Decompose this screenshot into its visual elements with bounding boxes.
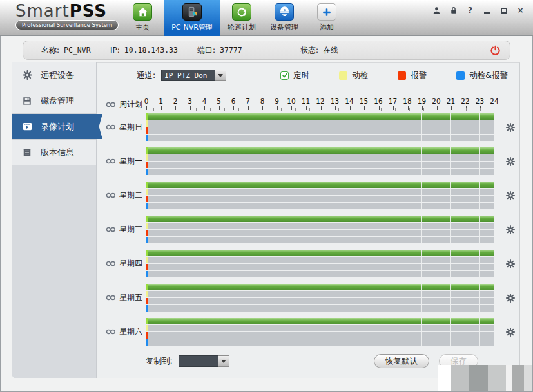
schedule-band-motion-alarm[interactable] — [146, 203, 494, 209]
schedule-band-timer[interactable] — [146, 216, 494, 222]
schedule-bands[interactable] — [146, 216, 494, 244]
link-icon[interactable] — [106, 124, 116, 130]
link-icon[interactable] — [106, 329, 116, 335]
link-icon[interactable] — [106, 102, 116, 107]
schedule-day-row: 星期四 — [106, 249, 519, 278]
day-name: 星期五 — [119, 292, 142, 303]
schedule-band-timer[interactable] — [146, 147, 494, 154]
schedule-band-alarm[interactable] — [146, 298, 494, 304]
band-type-marker — [146, 182, 148, 188]
alarm-color-swatch — [398, 71, 406, 80]
row-settings-gear-icon[interactable] — [506, 123, 515, 132]
schedule-band-timer[interactable] — [146, 284, 494, 290]
band-type-marker — [146, 127, 148, 134]
row-settings-gear-icon[interactable] — [506, 225, 515, 234]
band-type-marker — [146, 230, 148, 236]
schedule-band-motion-alarm[interactable] — [146, 169, 494, 175]
chevron-down-icon[interactable] — [215, 70, 226, 81]
schedule-band-motion[interactable] — [146, 325, 494, 331]
power-button[interactable] — [490, 45, 510, 56]
schedule-band-alarm[interactable] — [146, 230, 494, 236]
row-settings-gear-icon[interactable] — [506, 157, 515, 166]
close-button[interactable]: × — [516, 6, 525, 15]
schedule-band-motion[interactable] — [146, 223, 494, 229]
row-settings-gear-icon[interactable] — [506, 328, 515, 337]
censor-patch — [512, 365, 524, 391]
schedule-bands[interactable] — [146, 318, 494, 346]
band-type-marker — [146, 284, 148, 290]
schedule-band-motion[interactable] — [146, 189, 494, 195]
schedule-band-alarm[interactable] — [146, 264, 494, 270]
channel-dropdown[interactable]: IP PTZ Don — [161, 70, 226, 81]
schedule-bands[interactable] — [146, 182, 494, 210]
schedule-band-motion-alarm[interactable] — [146, 237, 494, 243]
legend-item-motion-alarm: 动检&报警 — [456, 70, 508, 81]
day-name: 星期六 — [119, 326, 142, 337]
link-icon[interactable] — [106, 158, 116, 164]
copy-to-dropdown-value[interactable]: -- — [179, 355, 218, 367]
channel-dropdown-value[interactable]: IP PTZ Don — [161, 70, 215, 81]
schedule-bands[interactable] — [146, 250, 494, 278]
hour-ticks — [146, 106, 494, 111]
schedule-bands[interactable] — [146, 113, 494, 142]
copy-to-dropdown[interactable]: -- — [179, 355, 229, 367]
channel-label: 通道: — [137, 70, 155, 81]
link-icon[interactable] — [106, 295, 116, 301]
nav-item-tour-plan[interactable]: 轮巡计划 — [220, 0, 263, 36]
device-port-value: 37777 — [220, 46, 242, 55]
link-icon[interactable] — [106, 227, 116, 232]
schedule-band-motion[interactable] — [146, 257, 494, 263]
schedule-band-alarm[interactable] — [146, 127, 494, 134]
device-port-field: 端口: 37777 — [197, 45, 300, 56]
device-name-value: PC_NVR — [64, 46, 91, 55]
row-settings-gear-icon[interactable] — [506, 191, 515, 200]
nav-item-home[interactable]: 主页 — [121, 0, 164, 36]
schedule-bands[interactable] — [146, 284, 494, 312]
schedule-band-motion[interactable] — [146, 291, 494, 297]
schedule-bands[interactable] — [146, 147, 494, 176]
schedule-band-alarm[interactable] — [146, 196, 494, 202]
day-label: 星期四 — [106, 258, 146, 269]
band-type-marker — [146, 332, 148, 339]
schedule-band-alarm[interactable] — [146, 332, 494, 339]
restore-default-button[interactable]: 恢复默认 — [374, 354, 429, 368]
sidebar-item-remote-device[interactable]: 远程设备 — [12, 62, 96, 88]
lock-icon[interactable] — [449, 6, 458, 15]
hour-tick-label: 11 — [302, 97, 310, 105]
help-button[interactable]: ? — [466, 6, 474, 15]
hour-tick-label: 14 — [345, 97, 353, 105]
nav-item-add[interactable]: 添加 — [305, 0, 348, 36]
device-status-field: 状态: 在线 — [300, 45, 490, 56]
nav-item-pc-nvr[interactable]: PC-NVR管理 — [164, 0, 220, 36]
schedule-band-timer[interactable] — [146, 113, 494, 120]
link-icon[interactable] — [106, 192, 116, 198]
minimize-button[interactable] — [483, 6, 491, 15]
window-controls: ? × — [432, 6, 525, 15]
app-logo: SmartPSS Professional Surveillance Syste… — [15, 2, 119, 30]
band-type-marker — [146, 169, 148, 175]
schedule-band-motion-alarm[interactable] — [146, 135, 494, 141]
schedule-band-motion-alarm[interactable] — [146, 305, 494, 312]
sidebar-item-record-plan[interactable]: 录像计划 — [12, 114, 96, 140]
nav-item-device-manage[interactable]: 设备管理 — [263, 0, 305, 36]
schedule-band-timer[interactable] — [146, 250, 494, 256]
row-settings-gear-icon[interactable] — [506, 294, 515, 303]
sidebar-item-version-info[interactable]: 版本信息 — [12, 140, 96, 165]
schedule-band-motion[interactable] — [146, 154, 494, 161]
schedule-band-alarm[interactable] — [146, 162, 494, 168]
row-settings-gear-icon[interactable] — [506, 259, 515, 268]
schedule-band-timer[interactable] — [146, 318, 494, 324]
chevron-down-icon[interactable] — [218, 355, 229, 367]
censor-patch — [469, 365, 488, 391]
schedule-band-motion[interactable] — [146, 120, 494, 127]
schedule-band-motion-alarm[interactable] — [146, 339, 494, 346]
maximize-button[interactable] — [499, 6, 508, 15]
timer-checkbox[interactable] — [280, 71, 289, 80]
user-icon[interactable] — [432, 6, 441, 15]
hour-tick-label: 7 — [246, 97, 250, 105]
sidebar-item-disk-manage[interactable]: 磁盘管理 — [12, 88, 96, 114]
link-icon[interactable] — [106, 261, 116, 266]
schedule-band-motion-alarm[interactable] — [146, 271, 494, 277]
band-type-marker — [146, 196, 148, 202]
schedule-band-timer[interactable] — [146, 182, 494, 188]
